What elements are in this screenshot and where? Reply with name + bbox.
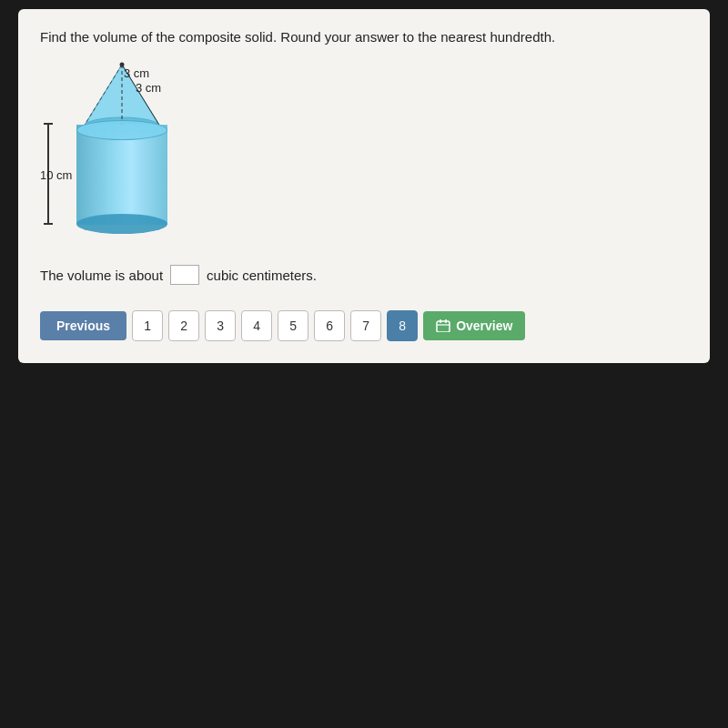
answer-input[interactable] <box>170 265 199 285</box>
height-label: 10 cm <box>40 168 72 182</box>
cylinder-bottom <box>76 214 167 234</box>
page-button-7[interactable]: 7 <box>350 310 381 341</box>
side-dimension-label: 3 cm <box>136 81 161 95</box>
svg-rect-6 <box>437 321 450 332</box>
page-button-4[interactable]: 4 <box>241 310 272 341</box>
answer-suffix: cubic centimeters. <box>207 268 317 283</box>
nav-row: Previous 1 2 3 4 5 6 7 8 Overview <box>40 310 688 341</box>
cylinder-top <box>76 120 167 140</box>
figure-container: 10 cm 3 cm 3 cm <box>40 61 222 234</box>
previous-button[interactable]: Previous <box>40 311 126 340</box>
main-screen: Find the volume of the composite solid. … <box>18 9 710 363</box>
page-button-2[interactable]: 2 <box>168 310 199 341</box>
page-button-3[interactable]: 3 <box>205 310 236 341</box>
top-dimension-label: 3 cm <box>124 66 149 80</box>
answer-row: The volume is about cubic centimeters. <box>40 265 688 285</box>
diagram-area: 10 cm 3 cm 3 cm <box>40 61 688 243</box>
page-button-1[interactable]: 1 <box>132 310 163 341</box>
page-button-6[interactable]: 6 <box>314 310 345 341</box>
page-button-8[interactable]: 8 <box>387 310 418 341</box>
answer-prefix: The volume is about <box>40 268 163 283</box>
overview-button[interactable]: Overview <box>423 311 525 340</box>
overview-label: Overview <box>456 318 512 333</box>
question-text: Find the volume of the composite solid. … <box>40 27 688 46</box>
calendar-icon <box>436 319 450 332</box>
overview-icon <box>436 319 450 332</box>
page-button-5[interactable]: 5 <box>278 310 308 341</box>
